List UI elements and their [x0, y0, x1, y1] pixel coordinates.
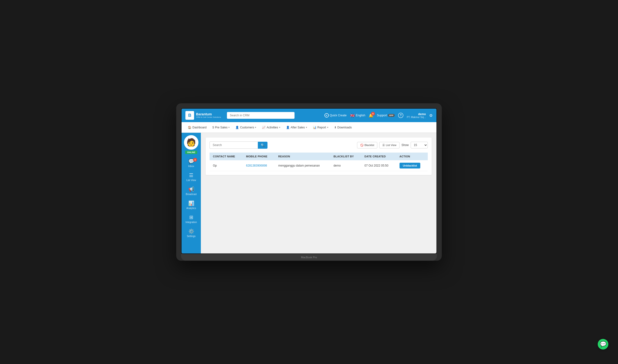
nav-item-customers[interactable]: 👤 Customers ▾ [233, 124, 258, 130]
chevron-down-icon-4: ▾ [306, 126, 307, 129]
user-name: demo [407, 113, 426, 116]
show-select[interactable]: 15 25 50 100 [411, 142, 428, 148]
cell-contact-name: Gp [209, 160, 243, 171]
blacklist-table: CONTACT NAME MOBILE PHONE REASON BLACKLI… [209, 153, 428, 171]
language-button[interactable]: 🇬🇧 English [350, 113, 365, 118]
sidebar-item-inbox[interactable]: 💬 Inbox 4 [181, 156, 201, 170]
unblacklist-button[interactable]: Unblacklist [399, 163, 421, 169]
table-search-input[interactable] [209, 142, 258, 149]
logo-text-block: Barantum CRM & Call Center Solutions [196, 113, 221, 118]
col-blacklist-by: BLACKLIST BY [330, 153, 361, 160]
list-view-button[interactable]: ☰ List View [379, 142, 399, 148]
sidebar-label-inbox: Inbox [188, 165, 194, 168]
support-button[interactable]: Support OFF [377, 114, 395, 117]
activities-icon: 📈 [262, 126, 266, 129]
whatsapp-fab[interactable]: 💬 [598, 339, 608, 350]
col-date-created: DATE CREATED [361, 153, 396, 160]
avatar: 🧑 [184, 135, 198, 150]
table-body: Gp 6281383906898 mengganggu dalam pemesa… [209, 160, 428, 171]
dollar-icon: $ [212, 126, 214, 129]
macbook-label: MacBook Pro [301, 256, 317, 259]
sidebar-item-integration[interactable]: ⊞ Integration [181, 212, 201, 226]
phone-link[interactable]: 6281383906898 [246, 164, 267, 167]
table-row: Gp 6281383906898 mengganggu dalam pemesa… [209, 160, 428, 171]
user-text: demo PT. Makmur Sej... [407, 113, 426, 118]
aftersales-icon: 👤 [286, 126, 290, 129]
sidebar-item-listview[interactable]: ☰ List View [181, 170, 201, 184]
sidebar-item-broadcast[interactable]: 📢 Broadcast [181, 184, 201, 198]
support-toggle: OFF [388, 114, 395, 117]
table-search-area: 🔍 [209, 142, 268, 149]
cell-action: Unblacklist [396, 160, 428, 171]
header-actions: + Quick Create 🇬🇧 English 🔔 5 Support OF… [324, 113, 433, 118]
analytics-icon: 📊 [188, 200, 194, 206]
nav-label-dashboard: Dashboard [193, 126, 207, 129]
toolbar-right: 🚫 Blacklist ☰ List View Show 15 25 [357, 142, 428, 148]
nav-label-downloads: Downloads [337, 126, 352, 129]
blacklist-button[interactable]: 🚫 Blacklist [357, 142, 377, 148]
nav-label-customers: Customers [240, 126, 254, 129]
sidebar-item-analytics[interactable]: 📊 Analytics [181, 198, 201, 212]
notifications-button[interactable]: 🔔 5 [369, 113, 373, 118]
report-icon: 📊 [313, 126, 317, 129]
sidebar-label-settings: Settings [187, 235, 195, 237]
download-icon: ⬇ [334, 126, 336, 129]
cell-reason: mengganggu dalam pemesanan [275, 160, 330, 171]
nav-label-report: Report [317, 126, 326, 129]
chevron-down-icon: ▾ [228, 126, 230, 129]
listview-icon: ☰ [189, 172, 193, 178]
col-contact-name: CONTACT NAME [209, 153, 243, 160]
chevron-down-icon-3: ▾ [279, 126, 280, 129]
blacklist-icon: 🚫 [360, 144, 363, 147]
app-subtitle: CRM & Call Center Solutions [196, 116, 221, 118]
quick-create-button[interactable]: + Quick Create [324, 113, 347, 117]
help-button[interactable]: ? [398, 113, 403, 118]
nav-item-aftersales[interactable]: 👤 After Sales ▾ [284, 124, 309, 130]
integration-icon: ⊞ [189, 214, 193, 220]
main-layout: 🧑 ONLINE 💬 Inbox 4 ☰ List View 📢 Broadca… [181, 133, 437, 253]
col-action: ACTION [396, 153, 428, 160]
sidebar-label-integration: Integration [185, 221, 197, 223]
header: B Barantum CRM & Call Center Solutions +… [181, 109, 437, 122]
nav-label-presales: Pre Sales [215, 126, 227, 129]
flag-icon: 🇬🇧 [350, 113, 355, 118]
quick-create-label: Quick Create [330, 114, 347, 117]
sidebar-label-analytics: Analytics [186, 207, 196, 209]
nav-item-downloads[interactable]: ⬇ Downloads [332, 124, 354, 130]
chevron-down-icon-2: ▾ [255, 126, 256, 129]
cell-mobile-phone: 6281383906898 [243, 160, 275, 171]
table-header: CONTACT NAME MOBILE PHONE REASON BLACKLI… [209, 153, 428, 160]
customers-icon: 👤 [235, 126, 239, 129]
whatsapp-icon: 💬 [600, 341, 606, 347]
notification-badge: 5 [371, 112, 375, 116]
nav-item-dashboard[interactable]: 🏠 Dashboard [185, 124, 209, 130]
table-toolbar: 🔍 🚫 Blacklist ☰ List View Show [209, 142, 428, 149]
logo-icon: B [185, 111, 194, 120]
nav-item-presales[interactable]: $ Pre Sales ▾ [210, 124, 232, 130]
user-info[interactable]: demo PT. Makmur Sej... [407, 113, 426, 118]
nav-label-aftersales: After Sales [291, 126, 305, 129]
blacklist-label: Blacklist [364, 144, 374, 146]
crm-search-input[interactable] [227, 112, 295, 119]
cell-blacklist-by: demo [330, 160, 361, 171]
col-reason: REASON [275, 153, 330, 160]
sidebar: 🧑 ONLINE 💬 Inbox 4 ☰ List View 📢 Broadca… [181, 133, 201, 253]
list-view-label: List View [386, 144, 396, 146]
app-name: Barantum [196, 113, 221, 116]
support-label: Support [377, 114, 387, 117]
chevron-down-icon-5: ▾ [327, 126, 328, 129]
broadcast-icon: 📢 [188, 186, 194, 192]
settings-button[interactable]: ⚙ [429, 113, 433, 118]
table-search-button[interactable]: 🔍 [258, 142, 268, 149]
content-area: 🔍 🚫 Blacklist ☰ List View Show [201, 133, 437, 253]
col-mobile-phone: MOBILE PHONE [243, 153, 275, 160]
show-label: Show [401, 143, 409, 147]
blacklist-card: 🔍 🚫 Blacklist ☰ List View Show [206, 138, 432, 175]
sidebar-label-broadcast: Broadcast [186, 193, 196, 195]
nav-item-report[interactable]: 📊 Report ▾ [310, 124, 331, 130]
nav-label-activities: Activities [267, 126, 278, 129]
logo-area: B Barantum CRM & Call Center Solutions [185, 111, 224, 120]
nav-item-activities[interactable]: 📈 Activities ▾ [259, 124, 283, 130]
inbox-badge: 4 [193, 158, 197, 162]
sidebar-item-settings[interactable]: ⚙️ Settings [181, 226, 201, 240]
